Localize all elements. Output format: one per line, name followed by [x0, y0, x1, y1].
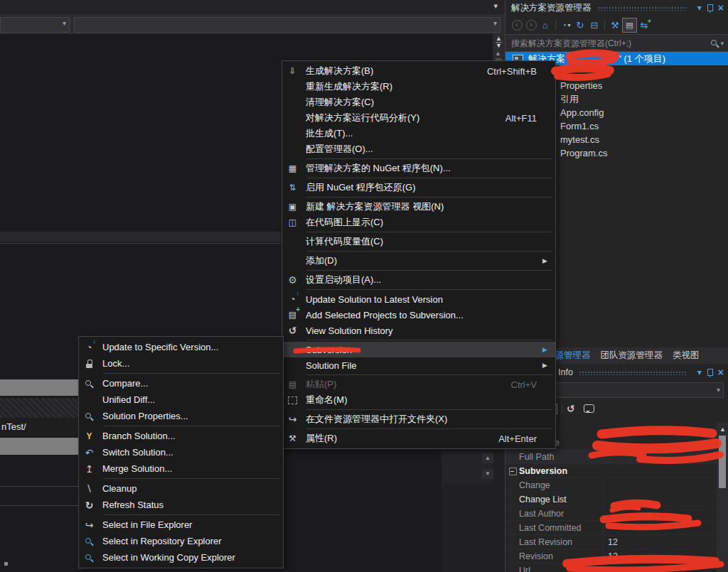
menu-item[interactable]: 设置启动项目(A)... ▶: [282, 272, 555, 288]
refresh-icon: [83, 500, 95, 511]
menu-item-icon: [287, 97, 299, 108]
show-all-files-button[interactable]: ▤: [622, 18, 637, 33]
close-icon[interactable]: ×: [718, 367, 724, 377]
cleanup-icon: [83, 483, 95, 495]
chevron-down-icon[interactable]: ▾: [493, 1, 498, 11]
property-row[interactable]: Last Revision 12: [505, 535, 717, 549]
submenu-arrow-icon: ▶: [542, 346, 548, 353]
menu-item[interactable]: 配置管理器(O)... ▶: [282, 141, 555, 157]
menu-item[interactable]: Select in Working Copy Explorer ▶: [79, 549, 283, 566]
solution-explorer-header: 解决方案资源管理器 ▾ ×: [505, 0, 728, 16]
window-position-icon[interactable]: ▾: [697, 368, 702, 377]
scrollbar-thumb[interactable]: [719, 436, 726, 488]
property-rows: File Name Full Path Subversion Change: [505, 436, 717, 572]
navbar-type-dropdown[interactable]: ▾: [0, 17, 70, 33]
grid-scrollbar[interactable]: ▲: [717, 423, 728, 572]
property-label: Subversion: [519, 466, 567, 476]
property-row[interactable]: Url: [505, 563, 717, 572]
property-row[interactable]: Change List: [505, 492, 717, 507]
property-row[interactable]: Last Committed: [505, 521, 717, 535]
navbar-member-dropdown[interactable]: ▾: [74, 17, 500, 33]
menu-separator: [306, 197, 552, 198]
property-row[interactable]: Full Path: [505, 450, 717, 464]
menu-item[interactable]: Merge Solution... ▶: [79, 460, 283, 477]
menu-item[interactable]: 对解决方案运行代码分析(Y) Alt+F11 ▶: [282, 110, 555, 126]
tree-item-label: Program.cs: [560, 148, 607, 158]
home-icon[interactable]: ⌂: [538, 18, 552, 32]
property-value: [603, 436, 717, 449]
menu-item[interactable]: Solution Properties... ▶: [79, 408, 283, 424]
menu-item[interactable]: Update Solution to Latest Version ▶: [282, 291, 555, 307]
menu-item[interactable]: Subversion ▶: [282, 342, 555, 357]
menu-item[interactable]: Cleanup ▶: [79, 480, 283, 497]
menu-item[interactable]: 在文件资源管理器中打开文件夹(X) ▶: [282, 411, 555, 427]
menu-item[interactable]: 启用 NuGet 程序包还原(G) ▶: [282, 180, 555, 195]
scroll-up-icon[interactable]: ▲: [482, 453, 493, 463]
menu-item-label: 在文件资源管理器中打开文件夹(X): [306, 413, 518, 426]
menu-item[interactable]: 在代码图上显示(C) ▶: [282, 215, 555, 230]
menu-item[interactable]: 属性(R) Alt+Enter ▶: [282, 431, 555, 446]
collapse-all-icon[interactable]: ⊟: [587, 18, 601, 32]
menu-item[interactable]: Refresh Status ▶: [79, 497, 283, 513]
menu-item[interactable]: Add Selected Projects to Subversion... ▶: [282, 307, 555, 323]
comment-icon[interactable]: [584, 404, 594, 413]
menu-item[interactable]: 重新生成解决方案(R) ▶: [282, 79, 555, 95]
tool-window-tab[interactable]: 类视图: [673, 350, 700, 362]
menu-bar: ▾: [0, 0, 505, 14]
back-button[interactable]: ‹: [510, 18, 524, 32]
scroll-down-icon[interactable]: ▼: [482, 469, 493, 479]
menu-item[interactable]: 生成解决方案(B) Ctrl+Shift+B ▶: [282, 63, 555, 79]
menu-item[interactable]: 添加(D) ▶: [282, 253, 555, 269]
menu-separator: [306, 409, 552, 410]
menu-item[interactable]: Unified Diff... ▶: [79, 392, 283, 408]
forward-button[interactable]: ›: [524, 18, 538, 32]
menu-item[interactable]: 新建 解决方案资源管理器 视图(N) ▶: [282, 199, 555, 215]
pending-changes-filter-icon[interactable]: ◔▾: [559, 18, 573, 32]
menu-item[interactable]: Select in Repository Explorer ▶: [79, 533, 283, 549]
properties-wrench-icon[interactable]: ⚒: [608, 18, 622, 32]
window-position-icon[interactable]: ▾: [697, 4, 702, 12]
menu-item[interactable]: Branch Solution... ▶: [79, 428, 283, 444]
menu-item[interactable]: 计算代码度量值(C) ▶: [282, 234, 555, 249]
sync-with-active-document-icon[interactable]: ⇆: [637, 18, 651, 32]
wc-search-icon: [83, 552, 95, 563]
repo-search-icon: [83, 536, 95, 547]
menu-item[interactable]: 重命名(M) ▶: [282, 392, 555, 408]
refresh-icon[interactable]: ↻: [573, 18, 587, 32]
pin-icon[interactable]: [707, 369, 713, 376]
paste-icon: [287, 379, 299, 390]
property-row[interactable]: Last Author: [505, 507, 717, 521]
menu-item[interactable]: Lock... ▶: [79, 355, 283, 372]
splitter-grip-icon[interactable]: ▲—▼: [494, 37, 503, 48]
scroll-up-icon[interactable]: ▲: [495, 50, 501, 57]
pin-icon[interactable]: [707, 4, 713, 11]
menu-item[interactable]: Update to Specific Version... ▶: [79, 339, 283, 355]
vs-ide-window: ▾ ▾ ▾ ▲—▼ ▲ nTest/ ▲ ▼ 解决方案资源管理器 ▾ × ‹: [0, 0, 728, 572]
search-icon[interactable]: [710, 39, 719, 48]
property-row[interactable]: Subversion: [505, 464, 717, 478]
property-row[interactable]: Revision 12: [505, 549, 717, 563]
menu-item[interactable]: 批生成(T)... ▶: [282, 126, 555, 141]
chevron-down-icon[interactable]: ▾: [720, 40, 724, 47]
tool-window-tab[interactable]: 团队资源管理器: [601, 350, 663, 362]
menu-item[interactable]: Solution File ▶: [282, 357, 555, 373]
divider: [0, 486, 78, 487]
menu-item[interactable]: Select in File Explorer ▶: [79, 517, 283, 533]
menu-item[interactable]: Compare... ▶: [79, 375, 283, 392]
menu-item-label: Update Solution to Latest Version: [306, 294, 518, 305]
menu-item[interactable]: 粘贴(P) Ctrl+V ▶: [282, 377, 555, 392]
menu-item[interactable]: 管理解决方案的 NuGet 程序包(N)... ▶: [282, 161, 555, 176]
toolbar-separator: [555, 20, 556, 30]
property-label: Last Revision: [519, 537, 603, 547]
menu-item[interactable]: View Solution History ▶: [282, 323, 555, 338]
tree-item-label: Form1.cs: [560, 121, 599, 131]
scroll-up-icon[interactable]: ▲: [719, 426, 726, 433]
property-row[interactable]: Change: [505, 478, 717, 492]
search-input[interactable]: [510, 38, 710, 49]
menu-item[interactable]: Switch Solution... ▶: [79, 444, 283, 460]
close-icon[interactable]: ×: [718, 3, 724, 13]
menu-item[interactable]: 清理解决方案(C) ▶: [282, 95, 555, 110]
property-label: Last Committed: [519, 523, 603, 533]
history-icon[interactable]: ↺: [567, 403, 575, 414]
background-hatch: [0, 398, 84, 418]
